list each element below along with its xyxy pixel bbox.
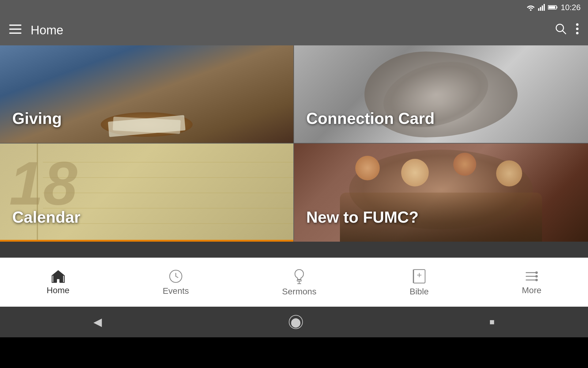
app-bar: Home xyxy=(0,15,588,45)
main-grid: Giving Connection Card 18 Calenda xyxy=(0,45,588,242)
search-icon[interactable] xyxy=(555,23,567,37)
connection-card-bg xyxy=(294,45,588,143)
hamburger-icon[interactable] xyxy=(9,24,21,36)
status-icons: 10:26 xyxy=(526,3,581,12)
bottom-nav: Home Events Sermons Bible xyxy=(0,258,588,307)
android-back-button[interactable]: ◀ xyxy=(93,316,102,328)
svg-rect-9 xyxy=(9,29,21,30)
more-icon xyxy=(524,270,539,283)
svg-rect-4 xyxy=(544,4,545,11)
nav-item-more[interactable]: More xyxy=(510,266,554,299)
giving-bg xyxy=(0,45,293,143)
svg-point-14 xyxy=(576,28,579,30)
bottom-gap xyxy=(0,242,588,258)
bible-icon xyxy=(412,268,426,284)
calendar-label: Calendar xyxy=(12,208,81,226)
calendar-cell[interactable]: 18 Calendar xyxy=(0,144,294,242)
svg-point-0 xyxy=(530,10,531,11)
svg-rect-8 xyxy=(9,25,21,26)
status-bar: 10:26 xyxy=(0,0,588,15)
nav-item-bible[interactable]: Bible xyxy=(397,265,441,300)
giving-label: Giving xyxy=(12,109,62,128)
svg-rect-6 xyxy=(548,6,555,9)
events-icon xyxy=(168,269,183,284)
svg-rect-2 xyxy=(540,7,541,11)
battery-icon xyxy=(548,5,558,10)
fumc-label: New to FUMC? xyxy=(306,208,419,226)
app-bar-actions xyxy=(555,23,579,37)
svg-point-13 xyxy=(576,23,579,26)
connection-card-label: Connection Card xyxy=(306,109,435,128)
fumc-cell[interactable]: New to FUMC? xyxy=(294,144,588,242)
connection-card-cell[interactable]: Connection Card xyxy=(294,45,588,144)
status-time: 10:26 xyxy=(561,3,581,12)
sermons-nav-label: Sermons xyxy=(282,287,316,297)
svg-rect-3 xyxy=(542,6,543,11)
home-icon xyxy=(51,270,66,283)
svg-rect-22 xyxy=(297,280,301,281)
android-home-button[interactable]: ⬤ xyxy=(289,315,303,329)
nav-item-sermons[interactable]: Sermons xyxy=(270,265,329,300)
nav-item-events[interactable]: Events xyxy=(150,265,201,300)
bible-nav-label: Bible xyxy=(409,287,428,297)
svg-rect-1 xyxy=(538,8,539,11)
app-bar-title: Home xyxy=(31,23,546,37)
svg-point-34 xyxy=(535,279,538,281)
svg-rect-7 xyxy=(556,6,557,8)
calendar-number: 18 xyxy=(9,153,77,214)
sermons-icon xyxy=(292,268,306,284)
svg-point-33 xyxy=(535,275,538,278)
fumc-bg xyxy=(294,144,588,242)
svg-point-32 xyxy=(535,271,538,274)
home-nav-label: Home xyxy=(47,286,70,295)
svg-line-12 xyxy=(563,31,566,34)
android-recent-button[interactable]: ■ xyxy=(489,317,495,327)
giving-cell[interactable]: Giving xyxy=(0,45,294,144)
wifi-icon xyxy=(526,4,535,11)
android-nav: ◀ ⬤ ■ xyxy=(0,307,588,337)
nav-item-home[interactable]: Home xyxy=(34,266,82,299)
svg-rect-10 xyxy=(9,33,21,34)
events-nav-label: Events xyxy=(163,286,189,296)
signal-icon xyxy=(538,4,545,11)
svg-point-15 xyxy=(576,32,579,34)
svg-point-11 xyxy=(556,24,564,32)
more-nav-label: More xyxy=(522,286,541,295)
more-options-icon[interactable] xyxy=(576,23,579,37)
